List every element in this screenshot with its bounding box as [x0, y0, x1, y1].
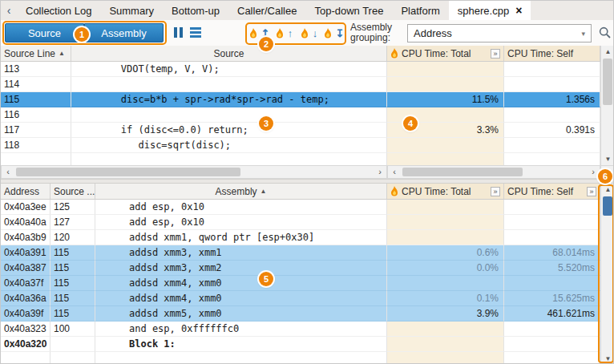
assembly-grouping-select[interactable]: Address ▾ [407, 24, 592, 42]
assembly-cell: addsd xmm3, xmm2 [95, 261, 387, 276]
source-code-cell: disc=b*b + spr->rad*spr->rad - temp; [71, 92, 387, 107]
nav-cooler-line-down-button[interactable]: ↓ [297, 24, 321, 42]
source-row-115-selected[interactable]: 115 disc=b*b + spr->rad*spr->rad - temp;… [1, 92, 600, 107]
assembly-cell: addsd xmm4, xmm0 [95, 276, 387, 291]
expand-column-icon[interactable]: » [587, 187, 596, 196]
source-line-cell: 115 [50, 276, 95, 291]
flame-icon [390, 186, 398, 196]
cpu-self-cell: 461.621ms [504, 306, 600, 322]
cpu-total-cell [387, 77, 504, 92]
source-line-cell: 117 [1, 123, 71, 138]
tab-top-down-tree[interactable]: Top-down Tree [305, 1, 392, 20]
source-code-cell [71, 77, 387, 92]
column-header-assembly[interactable]: Assembly ▲ [95, 184, 387, 199]
nav-coolest-line-down-button[interactable]: ↧ [322, 24, 345, 42]
scrollbar-thumb[interactable] [603, 196, 612, 216]
assembly-row[interactable]: 0x40a40a 127 add esp, 0x10 [1, 215, 600, 230]
assembly-cell: addsd xmm3, xmm1 [95, 245, 387, 261]
arrow-up-icon: ↑ [288, 28, 293, 38]
column-header-cpu-total[interactable]: CPU Time: Total » [387, 184, 504, 199]
scroll-left-icon[interactable]: ‹ [388, 166, 401, 178]
column-header-cpu-total-label: CPU Time: Total [402, 186, 471, 197]
column-header-cpu-self[interactable]: CPU Time: Self » [504, 184, 600, 199]
assembly-row-block-start[interactable]: 0x40a320 Block 1: [1, 337, 600, 352]
assembly-table-filler [1, 352, 600, 364]
source-line-cell: 127 [50, 215, 95, 230]
search-icon[interactable] [599, 26, 611, 41]
view-options-icon[interactable] [190, 27, 201, 38]
assembly-cell: addsd xmm5, xmm0 [95, 306, 387, 322]
tab-caller-callee[interactable]: Caller/Callee [228, 1, 305, 20]
assembly-row-highlighted[interactable]: 0x40a37f 115 addsd xmm4, xmm0 [1, 276, 600, 291]
assembly-row-highlighted[interactable]: 0x40a39f 115 addsd xmm5, xmm0 3.9% 461.6… [1, 306, 600, 322]
column-header-source[interactable]: Source [71, 46, 387, 61]
cpu-self-cell: 5.520ms [504, 261, 600, 276]
source-row-117[interactable]: 117 if (disc<=0.0) return; 3.3% 0.391s [1, 123, 600, 138]
column-header-cpu-total[interactable]: CPU Time: Total » [387, 46, 504, 61]
assembly-row[interactable]: 0x40a3b9 120 addsd xmm1, qword ptr [esp+… [1, 230, 600, 245]
source-row-116[interactable]: 116 [1, 107, 600, 123]
scrollbar-thumb[interactable] [603, 59, 612, 105]
profiler-window: ‹ Collection Log Summary Bottom-up Calle… [0, 0, 614, 364]
column-header-cpu-total-label: CPU Time: Total [402, 48, 471, 59]
source-row-113[interactable]: 113 VDOT(temp, V, V); [1, 62, 600, 77]
expand-column-icon[interactable]: » [491, 187, 500, 196]
cpu-total-cell: 11.5% [387, 92, 504, 107]
source-line-cell: 118 [1, 138, 71, 153]
assembly-row[interactable]: 0x40a3ee 125 add esp, 0x10 [1, 200, 600, 215]
tab-sphere-cpp[interactable]: sphere.cpp × [449, 1, 531, 20]
scroll-up-icon[interactable]: ▲ [601, 46, 614, 58]
scroll-down-icon[interactable]: ▼ [601, 153, 614, 165]
cpu-self-cell [504, 200, 600, 215]
source-table-body: 113 VDOT(temp, V, V); 114 115 disc=b*b +… [1, 62, 600, 153]
expand-column-icon[interactable]: » [491, 49, 500, 59]
column-header-source-line[interactable]: Source Line ▲ [1, 46, 71, 61]
scrollbar-thumb[interactable] [402, 168, 523, 176]
pause-icon[interactable] [174, 27, 185, 38]
source-view-button[interactable]: Source [5, 23, 84, 42]
address-cell: 0x40a391 [1, 245, 50, 261]
scroll-down-icon[interactable]: ▼ [601, 353, 614, 364]
scroll-up-icon[interactable]: ▲ [601, 184, 614, 196]
assembly-row[interactable]: 0x40a323 100 and esp, 0xffffffc0 [1, 322, 600, 337]
scrollbar-thumb[interactable] [16, 168, 240, 176]
source-line-cell: 115 [50, 291, 95, 306]
source-row-118[interactable]: 118 disc=sqrt(disc); [1, 138, 600, 153]
tab-bar: ‹ Collection Log Summary Bottom-up Calle… [1, 1, 614, 20]
address-cell: 0x40a39f [1, 306, 50, 322]
back-icon[interactable]: ‹ [1, 1, 17, 20]
source-vertical-scrollbar[interactable]: ▲ ▼ [600, 46, 614, 165]
tab-platform[interactable]: Platform [392, 1, 448, 20]
assembly-row-highlighted[interactable]: 0x40a36a 115 addsd xmm4, xmm0 0.1% 15.62… [1, 291, 600, 306]
cpu-total-cell [387, 215, 504, 230]
scroll-left-icon[interactable]: ‹ [2, 166, 14, 178]
tab-summary[interactable]: Summary [100, 1, 163, 20]
column-header-cpu-self[interactable]: CPU Time: Self [504, 46, 600, 61]
source-line-cell: 125 [50, 200, 95, 215]
column-header-source-line-label: Source Line [4, 48, 55, 59]
arrow-down-bar-icon: ↧ [336, 28, 345, 38]
column-header-address[interactable]: Address [1, 184, 50, 199]
source-horizontal-scrollbar[interactable]: ‹ › [1, 165, 387, 179]
source-table-header: Source Line ▲ Source CPU Time: Total » C… [1, 46, 600, 62]
close-icon[interactable]: × [515, 5, 522, 16]
scroll-right-icon[interactable]: › [374, 166, 386, 178]
source-table-filler [1, 153, 600, 165]
assembly-view-button[interactable]: Assembly [84, 23, 164, 42]
cpu-self-cell [504, 276, 600, 291]
address-cell: 0x40a3ee [1, 200, 50, 215]
column-header-source-line-truncated-label: Source ... [54, 186, 95, 197]
source-row-114[interactable]: 114 [1, 77, 600, 92]
callout-badge-1: 1 [75, 27, 89, 42]
nav-hotter-line-up-button[interactable]: ↑ [273, 24, 296, 42]
tab-bottom-up[interactable]: Bottom-up [163, 1, 228, 20]
assembly-table-header: Address Source ... Assembly ▲ CPU Time: … [1, 184, 600, 200]
assembly-row-highlighted[interactable]: 0x40a391 115 addsd xmm3, xmm1 0.6% 68.01… [1, 245, 600, 261]
column-header-source-line-truncated[interactable]: Source ... [50, 184, 95, 199]
column-header-assembly-label: Assembly [216, 186, 257, 197]
assembly-row-highlighted[interactable]: 0x40a387 115 addsd xmm3, xmm2 0.0% 5.520… [1, 261, 600, 276]
source-line-cell: 115 [1, 92, 71, 107]
assembly-vertical-scrollbar[interactable]: ▲ ▼ [600, 184, 614, 364]
cpu-columns-horizontal-scrollbar[interactable]: ‹ › [387, 165, 600, 179]
tab-collection-log[interactable]: Collection Log [17, 1, 100, 20]
